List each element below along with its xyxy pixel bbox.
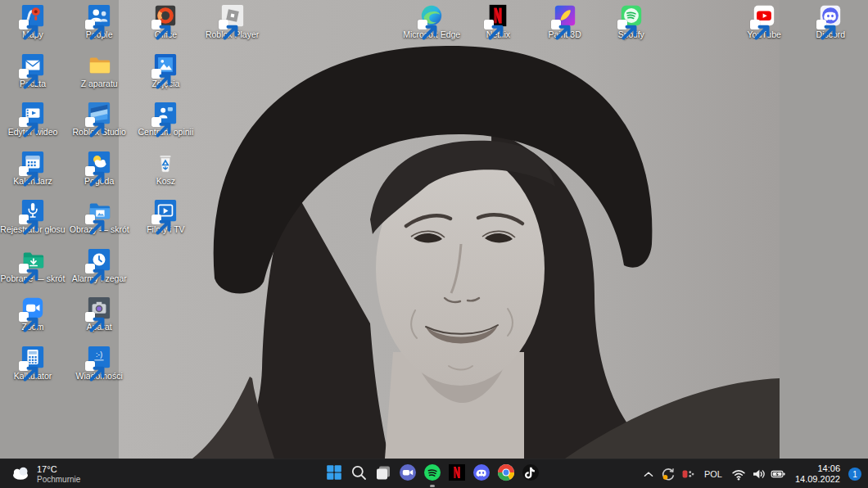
mail-icon	[20, 52, 45, 77]
desktop-icon-mail[interactable]: Poczta	[0, 52, 66, 88]
shortcut-arrow-icon	[85, 264, 95, 273]
tray-app-icon[interactable]	[679, 464, 697, 484]
svg-text::-): :-)	[96, 350, 102, 358]
downloads-folder-icon	[20, 247, 45, 272]
desktop-icon-video-editor[interactable]: Edytor wideo	[0, 101, 66, 137]
shortcut-arrow-icon	[816, 20, 826, 29]
desktop-icon-camera[interactable]: Aparat	[66, 296, 132, 332]
desktop-icon-discord[interactable]: Discord	[798, 3, 863, 39]
shortcut-arrow-icon	[19, 312, 29, 322]
desktop-icon-netflix[interactable]: Netflix	[465, 3, 531, 39]
photos-icon	[153, 52, 178, 77]
desktop-icon-roblox-player[interactable]: Roblox Player	[200, 3, 265, 39]
calendar-icon	[20, 150, 45, 174]
desktop-icon-voice-recorder[interactable]: Rejestrator głosu	[0, 198, 66, 234]
taskbar-search-button[interactable]	[346, 459, 371, 488]
desktop-icon-maps[interactable]: Mapy	[0, 3, 66, 39]
youtube-icon	[752, 3, 776, 28]
desktop-icon-alarms[interactable]: Alarmy i zegar	[66, 247, 132, 283]
shortcut-arrow-icon	[19, 166, 29, 176]
desktop-icon-edge[interactable]: Microsoft Edge	[399, 3, 464, 39]
taskbar-netflix-button[interactable]	[445, 459, 469, 488]
discord-circle-icon	[472, 463, 491, 486]
shortcut-arrow-icon	[19, 215, 29, 224]
people-icon	[87, 3, 111, 28]
shortcut-arrow-icon	[750, 20, 760, 29]
desktop-icon-label: Kosz	[133, 176, 198, 186]
paint3d-icon	[553, 3, 577, 28]
shortcut-arrow-icon	[151, 215, 161, 224]
taskbar-tiktok-button[interactable]	[518, 459, 543, 488]
weather-condition: Pochmurnie	[37, 475, 80, 485]
shortcut-arrow-icon	[85, 117, 95, 127]
zoom-app-icon	[20, 296, 45, 320]
pictures-folder-icon	[87, 198, 111, 223]
system-tray: POL 14:06 14.09.2022 1	[640, 459, 868, 488]
desktop-icon-messages[interactable]: :-)Wiadomości	[66, 345, 132, 381]
roblox-studio-icon	[87, 101, 111, 125]
desktop-icon-weather[interactable]: Pogoda	[66, 150, 132, 186]
shortcut-arrow-icon	[484, 20, 494, 29]
shortcut-arrow-icon	[219, 20, 228, 29]
shortcut-arrow-icon	[85, 215, 95, 224]
chrome-icon	[496, 463, 516, 486]
windows-desktop: MapyPeopleOfficeRoblox PlayerMicrosoft E…	[0, 0, 868, 488]
shortcut-arrow-icon	[151, 69, 161, 79]
video-editor-icon	[20, 101, 45, 125]
messages-icon: :-)	[87, 345, 111, 369]
desktop-icon-recycle-bin[interactable]: Kosz	[133, 150, 198, 186]
desktop-icon-folder[interactable]: Z aparatu	[66, 52, 132, 88]
discord-icon	[818, 3, 843, 28]
desktop-icon-people[interactable]: People	[66, 3, 132, 39]
tiktok-icon	[521, 463, 540, 486]
desktop-icon-calendar[interactable]: Kalendarz	[0, 150, 66, 186]
shortcut-arrow-icon	[19, 69, 29, 79]
desktop-icon-photos[interactable]: Zdjęcia	[133, 52, 198, 88]
shortcut-arrow-icon	[19, 117, 29, 127]
notification-count-badge[interactable]: 1	[848, 468, 861, 481]
taskbar-task-view-button[interactable]	[371, 459, 396, 488]
desktop-icon-spotify[interactable]: Spotify	[599, 3, 664, 39]
language-indicator[interactable]: POL	[698, 469, 728, 479]
taskbar-discord-button[interactable]	[469, 459, 494, 488]
desktop-icon-zoom-app[interactable]: Zoom	[0, 296, 66, 332]
taskbar-start-button[interactable]	[322, 459, 346, 488]
desktop-icon-calculator[interactable]: Kalkulator	[0, 345, 66, 381]
taskbar: 17°C Pochmurnie POL	[0, 459, 868, 488]
voice-recorder-icon	[20, 198, 45, 223]
search-icon	[349, 463, 368, 486]
battery-icon[interactable]	[769, 464, 787, 484]
taskbar-clock[interactable]: 14:06 14.09.2022	[789, 463, 845, 485]
onedrive-sync-icon[interactable]	[659, 464, 677, 484]
shortcut-arrow-icon	[19, 20, 29, 29]
weather-temperature: 17°C	[37, 464, 80, 475]
calculator-icon	[20, 345, 45, 369]
desktop-icon-paint3d[interactable]: Paint 3D	[532, 3, 598, 39]
shortcut-arrow-icon	[85, 166, 95, 176]
desktop-icon-downloads-folder[interactable]: Pobrane — skrót	[0, 247, 66, 283]
netflix-icon	[486, 3, 510, 28]
volume-icon[interactable]	[749, 464, 767, 484]
desktop-icon-youtube[interactable]: YouTube	[731, 3, 797, 39]
taskbar-spotify-button[interactable]	[420, 459, 445, 488]
taskbar-chrome-button[interactable]	[494, 459, 518, 488]
weather-icon	[87, 150, 111, 174]
cloud-icon	[10, 464, 31, 484]
shortcut-arrow-icon	[85, 20, 95, 29]
wifi-icon[interactable]	[730, 464, 748, 484]
recycle-bin-icon	[153, 150, 178, 174]
desktop-icon-office[interactable]: Office	[133, 3, 198, 39]
desktop-icon-pictures-folder[interactable]: Obrazy — skrót	[66, 198, 132, 234]
clock-date: 14.09.2022	[795, 474, 840, 485]
movies-icon	[153, 198, 178, 223]
office-icon	[153, 3, 178, 28]
taskbar-zoom-button[interactable]	[396, 459, 420, 488]
desktop-icon-roblox-studio[interactable]: Roblox Studio	[66, 101, 132, 137]
shortcut-arrow-icon	[151, 20, 161, 29]
desktop-icon-feedback[interactable]: Centrum opinii	[133, 101, 198, 137]
hidden-icons-chevron-icon[interactable]	[640, 464, 658, 484]
desktop-icon-movies[interactable]: Filmy i TV	[133, 198, 198, 234]
roblox-player-icon	[220, 3, 245, 28]
taskbar-weather-widget[interactable]: 17°C Pochmurnie	[0, 459, 90, 488]
shortcut-arrow-icon	[617, 20, 627, 29]
